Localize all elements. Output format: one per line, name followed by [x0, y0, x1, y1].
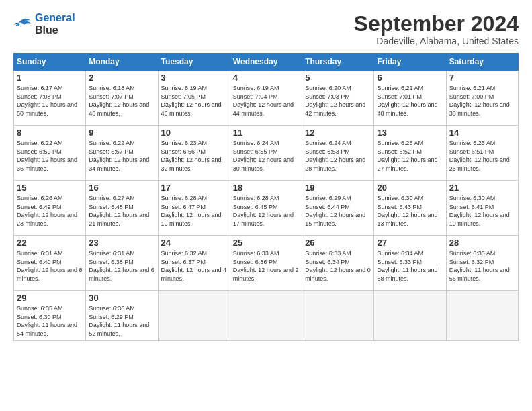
day-info: Sunrise: 6:28 AMSunset: 6:45 PMDaylight:…	[233, 194, 299, 228]
col-sunday: Sunday	[14, 54, 86, 71]
calendar-cell	[374, 291, 446, 340]
day-number: 10	[161, 128, 227, 138]
logo-text: General Blue	[35, 12, 75, 37]
day-info: Sunrise: 6:22 AMSunset: 6:59 PMDaylight:…	[17, 139, 83, 173]
day-info: Sunrise: 6:29 AMSunset: 6:44 PMDaylight:…	[305, 194, 371, 228]
day-number: 1	[17, 73, 83, 83]
day-number: 11	[233, 128, 299, 138]
day-info: Sunrise: 6:32 AMSunset: 6:37 PMDaylight:…	[161, 249, 227, 283]
calendar-cell: 23Sunrise: 6:31 AMSunset: 6:38 PMDayligh…	[86, 236, 158, 291]
calendar-cell: 11Sunrise: 6:24 AMSunset: 6:55 PMDayligh…	[230, 126, 302, 181]
day-info: Sunrise: 6:35 AMSunset: 6:32 PMDaylight:…	[449, 249, 515, 283]
day-info: Sunrise: 6:28 AMSunset: 6:47 PMDaylight:…	[161, 194, 227, 228]
day-number: 2	[89, 73, 154, 83]
calendar-cell: 27Sunrise: 6:34 AMSunset: 6:33 PMDayligh…	[374, 236, 446, 291]
day-number: 12	[305, 128, 371, 138]
calendar-row-0: 1Sunrise: 6:17 AMSunset: 7:08 PMDaylight…	[14, 71, 519, 126]
calendar-cell: 19Sunrise: 6:29 AMSunset: 6:44 PMDayligh…	[302, 181, 374, 236]
calendar-cell: 9Sunrise: 6:22 AMSunset: 6:57 PMDaylight…	[86, 126, 158, 181]
day-number: 27	[377, 238, 443, 248]
day-number: 25	[233, 238, 299, 248]
day-number: 5	[305, 73, 371, 83]
calendar-cell: 4Sunrise: 6:19 AMSunset: 7:04 PMDaylight…	[230, 71, 302, 126]
calendar-cell: 25Sunrise: 6:33 AMSunset: 6:36 PMDayligh…	[230, 236, 302, 291]
calendar-cell: 16Sunrise: 6:27 AMSunset: 6:48 PMDayligh…	[86, 181, 158, 236]
calendar-cell: 10Sunrise: 6:23 AMSunset: 6:56 PMDayligh…	[158, 126, 230, 181]
day-number: 14	[449, 128, 515, 138]
title-section: September 2024 Dadeville, Alabama, Unite…	[354, 12, 519, 46]
col-thursday: Thursday	[302, 54, 374, 71]
calendar-cell: 29Sunrise: 6:35 AMSunset: 6:30 PMDayligh…	[14, 291, 86, 340]
calendar-cell: 21Sunrise: 6:30 AMSunset: 6:41 PMDayligh…	[446, 181, 518, 236]
day-info: Sunrise: 6:25 AMSunset: 6:52 PMDaylight:…	[377, 139, 443, 173]
calendar-cell: 12Sunrise: 6:24 AMSunset: 6:53 PMDayligh…	[302, 126, 374, 181]
day-number: 16	[89, 183, 154, 193]
calendar-row-4: 29Sunrise: 6:35 AMSunset: 6:30 PMDayligh…	[14, 291, 519, 340]
calendar-cell: 22Sunrise: 6:31 AMSunset: 6:40 PMDayligh…	[14, 236, 86, 291]
calendar-cell: 5Sunrise: 6:20 AMSunset: 7:03 PMDaylight…	[302, 71, 374, 126]
logo-icon	[13, 17, 32, 32]
day-number: 22	[17, 238, 83, 248]
calendar-cell: 15Sunrise: 6:26 AMSunset: 6:49 PMDayligh…	[14, 181, 86, 236]
calendar-cell: 13Sunrise: 6:25 AMSunset: 6:52 PMDayligh…	[374, 126, 446, 181]
day-info: Sunrise: 6:31 AMSunset: 6:38 PMDaylight:…	[89, 249, 154, 283]
header: General Blue September 2024 Dadeville, A…	[13, 12, 519, 46]
day-info: Sunrise: 6:24 AMSunset: 6:55 PMDaylight:…	[233, 139, 299, 173]
calendar-cell	[446, 291, 518, 340]
day-number: 20	[377, 183, 443, 193]
day-info: Sunrise: 6:17 AMSunset: 7:08 PMDaylight:…	[17, 84, 83, 118]
day-number: 30	[89, 293, 154, 303]
calendar-cell: 1Sunrise: 6:17 AMSunset: 7:08 PMDaylight…	[14, 71, 86, 126]
day-number: 9	[89, 128, 154, 138]
day-number: 4	[233, 73, 299, 83]
col-monday: Monday	[86, 54, 158, 71]
day-number: 29	[17, 293, 83, 303]
day-number: 7	[449, 73, 515, 83]
day-info: Sunrise: 6:30 AMSunset: 6:41 PMDaylight:…	[449, 194, 515, 228]
day-info: Sunrise: 6:36 AMSunset: 6:29 PMDaylight:…	[89, 304, 154, 338]
day-info: Sunrise: 6:24 AMSunset: 6:53 PMDaylight:…	[305, 139, 371, 173]
day-number: 23	[89, 238, 154, 248]
day-info: Sunrise: 6:35 AMSunset: 6:30 PMDaylight:…	[17, 304, 83, 338]
day-info: Sunrise: 6:33 AMSunset: 6:36 PMDaylight:…	[233, 249, 299, 283]
calendar-row-3: 22Sunrise: 6:31 AMSunset: 6:40 PMDayligh…	[14, 236, 519, 291]
calendar-cell: 24Sunrise: 6:32 AMSunset: 6:37 PMDayligh…	[158, 236, 230, 291]
calendar-subtitle: Dadeville, Alabama, United States	[354, 36, 519, 46]
day-info: Sunrise: 6:26 AMSunset: 6:49 PMDaylight:…	[17, 194, 83, 228]
calendar-cell: 26Sunrise: 6:33 AMSunset: 6:34 PMDayligh…	[302, 236, 374, 291]
calendar-cell: 14Sunrise: 6:26 AMSunset: 6:51 PMDayligh…	[446, 126, 518, 181]
day-number: 6	[377, 73, 443, 83]
calendar-cell: 30Sunrise: 6:36 AMSunset: 6:29 PMDayligh…	[86, 291, 158, 340]
calendar-cell	[302, 291, 374, 340]
calendar-cell: 2Sunrise: 6:18 AMSunset: 7:07 PMDaylight…	[86, 71, 158, 126]
col-tuesday: Tuesday	[158, 54, 230, 71]
day-number: 15	[17, 183, 83, 193]
calendar-cell	[158, 291, 230, 340]
calendar-cell: 3Sunrise: 6:19 AMSunset: 7:05 PMDaylight…	[158, 71, 230, 126]
col-wednesday: Wednesday	[230, 54, 302, 71]
calendar-table: Sunday Monday Tuesday Wednesday Thursday…	[13, 53, 519, 340]
day-number: 21	[449, 183, 515, 193]
day-info: Sunrise: 6:30 AMSunset: 6:43 PMDaylight:…	[377, 194, 443, 228]
page: General Blue September 2024 Dadeville, A…	[0, 0, 532, 348]
day-info: Sunrise: 6:18 AMSunset: 7:07 PMDaylight:…	[89, 84, 154, 118]
day-info: Sunrise: 6:26 AMSunset: 6:51 PMDaylight:…	[449, 139, 515, 173]
day-number: 28	[449, 238, 515, 248]
day-number: 3	[161, 73, 227, 83]
day-number: 18	[233, 183, 299, 193]
calendar-title: September 2024	[354, 12, 519, 36]
day-info: Sunrise: 6:23 AMSunset: 6:56 PMDaylight:…	[161, 139, 227, 173]
col-friday: Friday	[374, 54, 446, 71]
day-info: Sunrise: 6:22 AMSunset: 6:57 PMDaylight:…	[89, 139, 154, 173]
calendar-cell: 20Sunrise: 6:30 AMSunset: 6:43 PMDayligh…	[374, 181, 446, 236]
calendar-cell: 28Sunrise: 6:35 AMSunset: 6:32 PMDayligh…	[446, 236, 518, 291]
day-number: 17	[161, 183, 227, 193]
calendar-row-1: 8Sunrise: 6:22 AMSunset: 6:59 PMDaylight…	[14, 126, 519, 181]
calendar-cell: 7Sunrise: 6:21 AMSunset: 7:00 PMDaylight…	[446, 71, 518, 126]
calendar-row-2: 15Sunrise: 6:26 AMSunset: 6:49 PMDayligh…	[14, 181, 519, 236]
logo: General Blue	[13, 12, 75, 37]
day-number: 8	[17, 128, 83, 138]
day-info: Sunrise: 6:19 AMSunset: 7:04 PMDaylight:…	[233, 84, 299, 118]
day-info: Sunrise: 6:34 AMSunset: 6:33 PMDaylight:…	[377, 249, 443, 283]
calendar-cell: 6Sunrise: 6:21 AMSunset: 7:01 PMDaylight…	[374, 71, 446, 126]
